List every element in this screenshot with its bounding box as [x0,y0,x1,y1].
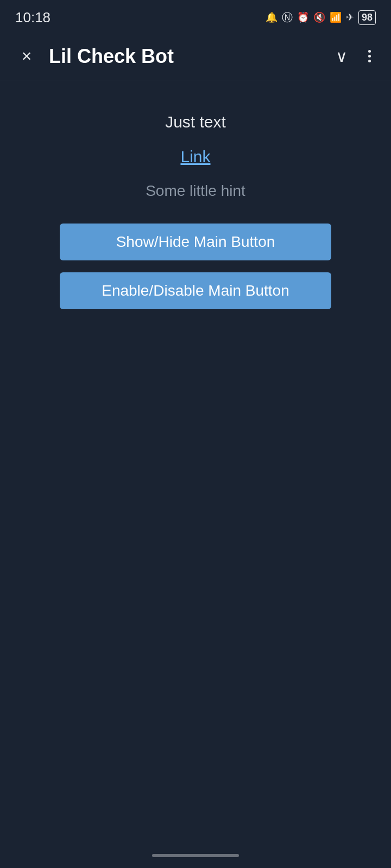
show-hide-main-button[interactable]: Show/Hide Main Button [60,224,331,260]
chevron-down-button[interactable]: ∨ [336,47,348,66]
app-bar: × Lil Check Bot ∨ [0,33,391,80]
home-indicator [152,854,239,857]
airplane-icon: ✈ [346,11,354,23]
status-time: 10:18 [15,9,51,26]
more-dot-1 [368,50,371,53]
enable-disable-main-button[interactable]: Enable/Disable Main Button [60,272,331,309]
more-dot-3 [368,60,371,62]
battery-indicator: 98 [358,10,376,25]
more-dot-2 [368,55,371,58]
home-bar [0,845,391,868]
alarm-icon: ⏰ [297,11,309,23]
main-content: Just text Link Some little hint Show/Hid… [0,80,391,845]
just-text-label: Just text [165,113,226,131]
notification-icon: 🔔 [266,11,278,23]
close-button[interactable]: × [13,46,40,66]
more-options-button[interactable] [361,46,378,67]
wifi-icon: 📶 [330,11,342,23]
link-text[interactable]: Link [180,148,210,166]
hint-text: Some little hint [146,182,245,200]
status-bar: 10:18 🔔 Ⓝ ⏰ 🔇 📶 ✈ 98 [0,0,391,33]
nfc-icon: Ⓝ [282,10,293,25]
app-title: Lil Check Bot [40,45,336,68]
status-icons: 🔔 Ⓝ ⏰ 🔇 📶 ✈ 98 [266,10,376,25]
mute-icon: 🔇 [313,11,325,23]
